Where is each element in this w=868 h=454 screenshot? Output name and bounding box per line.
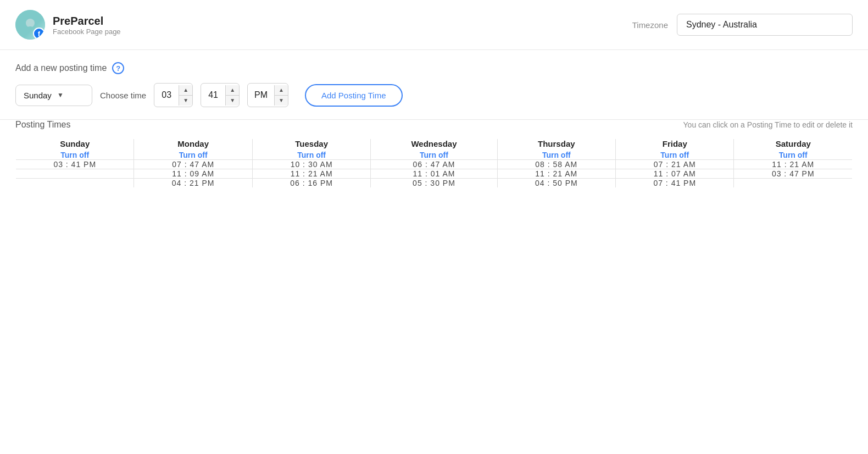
table-row[interactable]: 11 : 21 AM [734,160,853,169]
ampm-spinner: PM ▲ ▼ [247,83,288,107]
brand-name: PreParcel [53,14,121,27]
schedule-table: SundayTurn offMondayTurn offTuesdayTurn … [15,139,853,188]
minute-up-button[interactable]: ▲ [226,85,239,96]
table-row[interactable]: 11 : 07 AM [616,169,734,179]
table-row[interactable]: 08 : 58 AM [497,160,615,169]
table-row [16,169,134,179]
controls-row: Sunday ▼ Choose time 03 ▲ ▼ 41 ▲ ▼ PM ▲ … [15,83,853,107]
day-name-thursday: Thursday [498,139,615,148]
day-name-wednesday: Wednesday [371,139,497,148]
minute-value: 41 [201,90,225,100]
table-row[interactable]: 10 : 30 AM [252,160,370,169]
day-header-thursday: ThursdayTurn off [497,139,615,160]
ampm-arrows: ▲ ▼ [274,85,288,106]
day-name-saturday: Saturday [734,139,852,148]
hour-value: 03 [154,90,179,100]
posting-times-title: Posting Times [15,120,70,130]
header: f PreParcel Facebook Page page Timezone [0,0,868,49]
chevron-down-icon: ▼ [57,91,64,99]
turn-off-wednesday[interactable]: Turn off [371,151,497,159]
day-header-friday: FridayTurn off [616,139,734,160]
minute-arrows: ▲ ▼ [225,85,239,106]
table-row[interactable]: 03 : 41 PM [16,160,134,169]
day-header-wednesday: WednesdayTurn off [371,139,497,160]
turn-off-sunday[interactable]: Turn off [16,151,133,159]
minute-spinner: 41 ▲ ▼ [201,83,240,107]
ampm-value: PM [248,90,274,100]
posting-times-header: Posting Times You can click on a Posting… [15,120,853,130]
add-posting-title: Add a new posting time ? [15,62,853,74]
minute-down-button[interactable]: ▼ [226,96,239,106]
table-row[interactable]: 11 : 21 AM [497,169,615,179]
day-header-monday: MondayTurn off [134,139,252,160]
table-row[interactable]: 11 : 01 AM [371,169,497,179]
day-name-friday: Friday [616,139,733,148]
day-header-tuesday: TuesdayTurn off [252,139,370,160]
hour-up-button[interactable]: ▲ [179,85,192,96]
posting-times-section: Posting Times You can click on a Posting… [0,120,868,203]
brand: f PreParcel Facebook Page page [15,10,121,40]
table-row[interactable]: 05 : 30 PM [371,179,497,188]
turn-off-friday[interactable]: Turn off [616,151,733,159]
help-icon[interactable]: ? [112,62,124,74]
hour-arrows: ▲ ▼ [179,85,192,106]
hour-down-button[interactable]: ▼ [179,96,192,106]
table-row[interactable]: 06 : 16 PM [252,179,370,188]
timezone-input[interactable] [677,14,853,36]
turn-off-tuesday[interactable]: Turn off [253,151,370,159]
add-posting-button[interactable]: Add Posting Time [305,84,403,107]
table-row[interactable]: 11 : 21 AM [252,169,370,179]
table-row [16,179,134,188]
day-select[interactable]: Sunday ▼ [15,85,92,106]
table-row[interactable]: 11 : 09 AM [134,169,252,179]
table-row[interactable]: 07 : 47 AM [134,160,252,169]
table-row[interactable]: 07 : 41 PM [616,179,734,188]
avatar: f [15,10,45,40]
facebook-badge: f [33,27,45,40]
day-name-monday: Monday [134,139,252,148]
add-posting-section: Add a new posting time ? Sunday ▼ Choose… [0,50,868,119]
add-posting-label: Add a new posting time [15,63,107,73]
day-select-value: Sunday [24,91,52,100]
day-name-sunday: Sunday [16,139,133,148]
table-row[interactable]: 04 : 21 PM [134,179,252,188]
turn-off-saturday[interactable]: Turn off [734,151,852,159]
hour-spinner: 03 ▲ ▼ [154,83,193,107]
table-row[interactable]: 06 : 47 AM [371,160,497,169]
day-header-sunday: SundayTurn off [16,139,134,160]
ampm-down-button[interactable]: ▼ [275,96,288,106]
timezone-section: Timezone [632,14,853,36]
brand-text: PreParcel Facebook Page page [53,14,121,36]
day-header-saturday: SaturdayTurn off [734,139,853,160]
table-row [734,179,853,188]
table-row[interactable]: 07 : 21 AM [616,160,734,169]
svg-point-0 [26,19,35,27]
day-name-tuesday: Tuesday [253,139,370,148]
timezone-label: Timezone [632,20,668,30]
choose-time-label: Choose time [100,91,146,100]
turn-off-thursday[interactable]: Turn off [498,151,615,159]
table-row[interactable]: 03 : 47 PM [734,169,853,179]
posting-times-hint: You can click on a Posting Time to edit … [683,120,853,129]
turn-off-monday[interactable]: Turn off [134,151,252,159]
brand-subtitle: Facebook Page page [53,27,121,36]
ampm-up-button[interactable]: ▲ [275,85,288,96]
table-row[interactable]: 04 : 50 PM [497,179,615,188]
